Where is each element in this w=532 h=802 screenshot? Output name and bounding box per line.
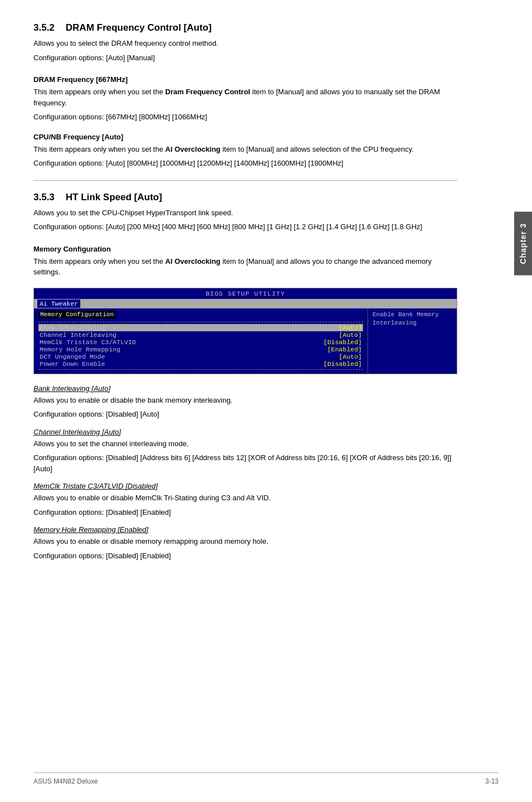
bios-label-5: Power Down Enable xyxy=(40,360,105,368)
bios-label-0: Bank Interleaving xyxy=(40,324,105,331)
bios-section-header: Memory Configuration xyxy=(38,311,115,318)
bios-label-4: DCT Unganged Mode xyxy=(40,353,105,360)
item-block-1: Channel Interleaving [Auto] Allows you t… xyxy=(33,428,457,475)
bios-divider-2 xyxy=(38,369,363,370)
subsection-title-dram: DRAM Frequency [667MHz] xyxy=(33,75,457,84)
subsection-desc-cpunb: This item appears only when you set the … xyxy=(33,144,457,155)
item-desc-0: Allows you to enable or disable the bank… xyxy=(33,395,457,406)
subsection-cpu-nb: CPU/NB Frequency [Auto] This item appear… xyxy=(33,133,457,169)
section-title-353: HT Link Speed [Auto] xyxy=(66,192,162,203)
footer-right: 3-13 xyxy=(485,777,499,785)
subsection-config-cpunb: Configuration options: [Auto] [800MHz] [… xyxy=(33,158,457,169)
bios-label-2: MemClk Tristate C3/ATLVID xyxy=(40,339,136,346)
bios-label-3: Memory Hole Remapping xyxy=(40,346,120,353)
item-block-0: Bank Interleaving [Auto] Allows you to e… xyxy=(33,384,457,420)
bios-screen: BIOS SETUP UTILITY Ai Tweaker Memory Con… xyxy=(33,288,457,374)
bios-row-2: MemClk Tristate C3/ATLVID [Disabled] xyxy=(38,339,363,346)
section-desc-353: Allows you to set the CPU-Chipset HyperT… xyxy=(33,207,457,219)
item-config-1: Configuration options: [Disabled] [Addre… xyxy=(33,452,457,474)
bios-body: Memory Configuration Bank Interleaving [… xyxy=(34,308,457,374)
item-config-2: Configuration options: [Disabled] [Enabl… xyxy=(33,507,457,518)
section-desc-352: Allows you to select the DRAM frequency … xyxy=(33,38,457,49)
item-config-3: Configuration options: [Disabled] [Enabl… xyxy=(33,550,457,562)
dram-bold: Dram Frequency Control xyxy=(165,88,250,96)
bios-value-1: [Auto] xyxy=(339,331,362,339)
bios-value-3: [Enabled] xyxy=(327,346,362,353)
subsection-config-dram: Configuration options: [667MHz] [800MHz]… xyxy=(33,112,457,123)
chapter-tab: Chapter 3 xyxy=(514,212,532,276)
item-title-0: Bank Interleaving [Auto] xyxy=(33,384,457,393)
item-config-0: Configuration options: [Disabled] [Auto] xyxy=(33,409,457,420)
bios-title: BIOS SETUP UTILITY xyxy=(206,290,285,297)
subsection-title-memconfig: Memory Configuration xyxy=(33,245,457,253)
bios-row-3: Memory Hole Remapping [Enabled] xyxy=(38,346,363,353)
bios-row-0: Bank Interleaving [Auto] xyxy=(38,324,363,331)
section-3-5-3: 3.5.3 HT Link Speed [Auto] Allows you to… xyxy=(33,192,457,233)
subsection-dram-frequency: DRAM Frequency [667MHz] This item appear… xyxy=(33,75,457,123)
section-3-5-2: 3.5.2 DRAM Frequency Control [Auto] Allo… xyxy=(33,22,457,63)
subsection-title-cpunb: CPU/NB Frequency [Auto] xyxy=(33,133,457,141)
bios-row-4: DCT Unganged Mode [Auto] xyxy=(38,353,363,360)
cpunb-bold: AI Overclocking xyxy=(165,145,220,153)
bios-value-5: [Disabled] xyxy=(323,360,362,368)
bios-label-1: Channel Interleaving xyxy=(40,331,117,339)
footer: ASUS M4N82 Deluxe 3-13 xyxy=(33,772,499,785)
bios-row-1: Channel Interleaving [Auto] xyxy=(38,331,363,339)
subsection-desc-dram: This item appears only when you set the … xyxy=(33,86,457,108)
subsection-memory-config: Memory Configuration This item appears o… xyxy=(33,245,457,278)
section-number-352: 3.5.2 xyxy=(33,22,55,33)
section-config-353: Configuration options: [Auto] [200 MHz] … xyxy=(33,221,457,233)
item-block-2: MemClk Tristate C3/ATLVID [Disabled] All… xyxy=(33,482,457,518)
section-number-353: 3.5.3 xyxy=(33,192,55,203)
bios-divider xyxy=(38,322,363,322)
bios-row-5: Power Down Enable [Disabled] xyxy=(38,360,363,368)
item-desc-3: Allows you to enable or disable memory r… xyxy=(33,536,457,547)
subsection-desc-memconfig: This item appears only when you set the … xyxy=(33,256,457,278)
bios-value-0: [Auto] xyxy=(339,324,362,331)
bios-value-2: [Disabled] xyxy=(323,339,362,346)
item-desc-1: Allows you to set the channel interleavi… xyxy=(33,438,457,450)
section-title-352: DRAM Frequency Control [Auto] xyxy=(66,22,212,33)
item-title-1: Channel Interleaving [Auto] xyxy=(33,428,457,436)
bios-menu-bar: Ai Tweaker xyxy=(34,299,457,308)
memconfig-bold: AI Overclocking xyxy=(165,257,220,265)
section-config-352: Configuration options: [Auto] [Manual] xyxy=(33,52,457,64)
bios-value-4: [Auto] xyxy=(339,353,362,360)
item-title-3: Memory Hole Remapping [Enabled] xyxy=(33,525,457,534)
bios-sidebar: Enable Bank Memory Interleaving xyxy=(367,308,457,374)
item-title-2: MemClk Tristate C3/ATLVID [Disabled] xyxy=(33,482,457,490)
bios-main: Memory Configuration Bank Interleaving [… xyxy=(34,308,367,374)
item-block-3: Memory Hole Remapping [Enabled] Allows y… xyxy=(33,525,457,561)
item-desc-2: Allows you to enable or disable MemClk T… xyxy=(33,492,457,504)
bios-title-bar: BIOS SETUP UTILITY xyxy=(34,288,457,299)
bios-sidebar-text: Enable Bank Memory Interleaving xyxy=(373,311,452,328)
footer-left: ASUS M4N82 Deluxe xyxy=(33,777,98,785)
divider-1 xyxy=(33,180,457,181)
bios-menu-selected: Ai Tweaker xyxy=(37,299,80,308)
